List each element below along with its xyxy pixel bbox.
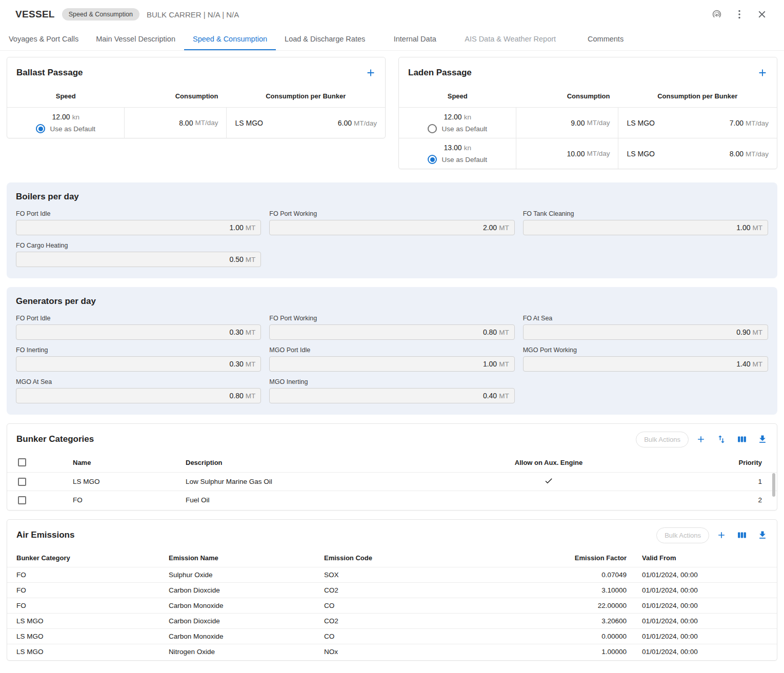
tab-main-vessel-description[interactable]: Main Vessel Description: [87, 29, 184, 50]
tab-load-discharge-rates[interactable]: Load & Discharge Rates: [276, 29, 374, 50]
cell-emission-code: SOX: [324, 571, 473, 579]
boilers-fo-port-idle-input[interactable]: 1.00MT: [16, 220, 261, 235]
columns-icon[interactable]: [734, 431, 750, 447]
generators-fo-port-working-input[interactable]: 0.80MT: [269, 324, 514, 340]
generators-mgo-port-idle-input[interactable]: 1.00MT: [269, 356, 514, 372]
boilers-fo-cargo-heating-input[interactable]: 0.50MT: [16, 252, 261, 267]
laden-table-header: Speed Consumption Consumption per Bunker: [399, 86, 777, 107]
ballast-passage-card: Ballast Passage Speed Consumption Consum…: [7, 57, 386, 138]
ballast-table-header: Speed Consumption Consumption per Bunker: [7, 86, 385, 107]
field-fo-port-working: FO Port Working 0.80MT: [269, 315, 514, 340]
consumption-cell: 9.00MT/day: [516, 108, 618, 138]
sort-icon[interactable]: [713, 431, 730, 447]
radio-icon: [428, 155, 437, 164]
cell-priority: 1: [633, 478, 777, 485]
bunker-category-row[interactable]: LS MGO Low Sulphur Marine Gas Oil 1: [7, 472, 777, 491]
column-header-consumption-per-bunker: Consumption per Bunker: [226, 92, 385, 100]
download-icon[interactable]: [754, 527, 771, 543]
boilers-section: Boilers per day FO Port Idle 1.00MT FO P…: [7, 182, 777, 278]
cell-allow-on-aux-engine: [464, 495, 633, 505]
field-label: FO Port Working: [269, 315, 514, 322]
field-fo-port-idle: FO Port Idle 1.00MT: [16, 210, 261, 235]
row-checkbox[interactable]: [18, 496, 26, 504]
select-all-checkbox[interactable]: [18, 458, 26, 466]
table-scrollbar[interactable]: [772, 473, 775, 497]
cell-emission-code: CO: [324, 602, 473, 609]
generators-mgo-at-sea-input[interactable]: 0.80MT: [16, 388, 261, 403]
bulk-actions-button[interactable]: Bulk Actions: [636, 432, 689, 447]
bunker-categories-title: Bunker Categories: [16, 434, 94, 444]
cell-bunker-category: LS MGO: [7, 648, 169, 656]
cell-bunker-category: LS MGO: [7, 617, 169, 625]
add-ballast-speed-button[interactable]: [363, 65, 379, 81]
air-emission-row[interactable]: LS MGO Carbon Dioxcide CO2 3.20600 01/01…: [7, 613, 777, 628]
field-label: MGO At Sea: [16, 378, 261, 385]
boilers-fo-port-working-input[interactable]: 2.00MT: [269, 220, 514, 235]
tab-speed-consumption[interactable]: Speed & Consumption: [184, 29, 276, 50]
field-fo-cargo-heating: FO Cargo Heating 0.50MT: [16, 242, 261, 267]
column-header-consumption: Consumption: [516, 92, 618, 100]
add-laden-speed-button[interactable]: [754, 65, 771, 81]
air-emission-row[interactable]: FO Sulphur Oxide SOX 0.07049 01/01/2024,…: [7, 567, 777, 582]
use-as-default-radio[interactable]: Use as Default: [36, 124, 95, 133]
tab-ais-data-weather-report[interactable]: AIS Data & Weather Report: [456, 29, 565, 50]
air-emission-row[interactable]: FO Carbon Dioxcide CO2 3.10000 01/01/202…: [7, 582, 777, 598]
cell-valid-from: 01/01/2024, 00:00: [627, 633, 777, 640]
cell-emission-code: CO: [324, 633, 473, 640]
use-as-default-radio[interactable]: Use as Default: [428, 124, 487, 133]
add-bunker-category-button[interactable]: [693, 431, 709, 447]
page-title: VESSEL: [15, 9, 55, 20]
air-emissions-header-row: Bunker Category Emission Name Emission C…: [7, 548, 777, 567]
columns-icon[interactable]: [734, 527, 750, 543]
use-as-default-radio[interactable]: Use as Default: [428, 155, 487, 164]
download-icon[interactable]: [754, 431, 771, 447]
radio-label: Use as Default: [441, 156, 487, 164]
column-header-speed: Speed: [399, 92, 516, 100]
context-chip: Speed & Consumption: [62, 8, 139, 21]
field-fo-tank-cleaning: FO Tank Cleaning 1.00MT: [523, 210, 768, 235]
cell-valid-from: 01/01/2024, 00:00: [627, 586, 777, 594]
cell-bunker-category: FO: [7, 602, 169, 609]
generators-fo-port-idle-input[interactable]: 0.30MT: [16, 324, 261, 340]
cell-emission-name: Carbon Monoxide: [169, 602, 324, 609]
cell-emission-factor: 3.10000: [473, 586, 627, 594]
air-emission-row[interactable]: LS MGO Nitrogen Oxide NOx 1.00000 01/01/…: [7, 644, 777, 659]
generators-fo-inerting-input[interactable]: 0.30MT: [16, 356, 261, 372]
tab-internal-data[interactable]: Internal Data: [374, 29, 456, 50]
cell-bunker-category: LS MGO: [7, 633, 169, 640]
column-header-allow-on-aux-engine: Allow on Aux. Engine: [464, 459, 633, 466]
tab-comments[interactable]: Comments: [565, 29, 647, 50]
broadcast-icon[interactable]: [707, 5, 727, 24]
speed-value: 12.00kn: [52, 112, 79, 121]
bunker-consumption-cell: LS MGO 8.00MT/day: [618, 138, 777, 169]
cell-emission-code: NOx: [324, 648, 473, 656]
bunker-consumption-cell: LS MGO 6.00MT/day: [226, 108, 385, 138]
cell-priority: 2: [633, 496, 777, 504]
bunker-categories-card: Bunker Categories Bulk Actions: [7, 423, 777, 511]
radio-label: Use as Default: [441, 125, 487, 133]
check-icon: [544, 476, 553, 487]
add-air-emission-button[interactable]: [713, 527, 730, 543]
more-menu-icon[interactable]: [730, 5, 749, 24]
row-checkbox[interactable]: [18, 478, 26, 486]
passage-cards-row: Ballast Passage Speed Consumption Consum…: [7, 57, 777, 169]
boilers-fo-tank-cleaning-input[interactable]: 1.00MT: [523, 220, 768, 235]
bunker-category-row[interactable]: FO Fuel Oil 2: [7, 491, 777, 509]
generators-mgo-port-working-input[interactable]: 1.40MT: [523, 356, 768, 372]
field-label: FO Tank Cleaning: [523, 210, 768, 217]
bulk-actions-button[interactable]: Bulk Actions: [656, 527, 709, 543]
laden-passage-card: Laden Passage Speed Consumption Consumpt…: [398, 57, 777, 169]
generators-mgo-inerting-input[interactable]: 0.40MT: [269, 388, 514, 403]
generators-section: Generators per day FO Port Idle 0.30MT F…: [7, 287, 777, 415]
field-label: FO Inerting: [16, 346, 261, 354]
laden-speed-row: 13.00kn Use as Default 10.00MT/day LS MG…: [399, 138, 777, 169]
speed-cell: 12.00kn Use as Default: [7, 108, 124, 138]
air-emission-row[interactable]: LS MGO Carbon Monoxide CO 0.00000 01/01/…: [7, 628, 777, 644]
bunker-name: LS MGO: [627, 150, 654, 158]
close-icon[interactable]: [752, 5, 772, 24]
radio-icon: [36, 124, 45, 133]
air-emission-row[interactable]: FO Carbon Monoxide CO 22.00000 01/01/202…: [7, 598, 777, 613]
tab-voyages-port-calls[interactable]: Voyages & Port Calls: [0, 29, 87, 50]
generators-fo-at-sea-input[interactable]: 0.90MT: [523, 324, 768, 340]
field-label: MGO Port Working: [523, 346, 768, 354]
